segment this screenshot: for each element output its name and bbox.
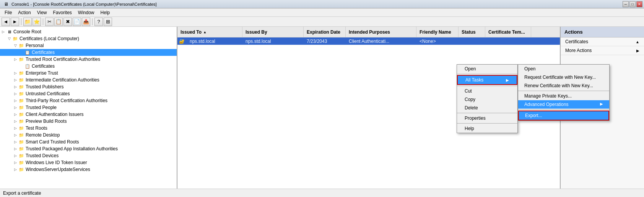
status-bar: Export a certificate [0,189,644,197]
test-roots-icon: 📁 [18,125,24,131]
toggle-untrusted-certs[interactable]: ▷ [12,91,18,97]
toggle-intermediate-ca[interactable]: ▷ [12,77,18,83]
col-header-status[interactable]: Status [459,27,485,37]
tree-item-client-auth[interactable]: ▷ 📁 Client Authentication Issuers [0,111,177,118]
toggle-console-root[interactable]: ▷ [0,29,6,35]
toolbar-sep-3 [92,18,93,25]
tree-item-trusted-packaged[interactable]: ▷ 📁 Trusted Packaged App Installation Au… [0,145,177,152]
tree-label-smart-card: Smart Card Trusted Roots [26,139,79,145]
ctx-properties[interactable]: Properties [457,114,517,122]
toggle-trusted-people[interactable]: ▷ [12,104,18,111]
toggle-smart-card[interactable]: ▷ [12,139,18,145]
toggle-trusted-packaged[interactable]: ▷ [12,146,18,152]
actions-item-certificates[interactable]: Certificates ▲ [561,37,644,46]
menu-help[interactable]: Help [98,9,113,16]
tree-item-personal[interactable]: ▽ 📁 Personal [0,42,177,49]
ctx-cut-label: Cut [465,88,472,94]
toggle-personal[interactable]: ▽ [12,42,18,49]
cut-button[interactable]: ✂ [45,18,54,26]
actions-item-more-actions[interactable]: More Actions ▶ [561,46,644,55]
tree-item-trusted-publishers[interactable]: ▷ 📁 Trusted Publishers [0,83,177,90]
tree-item-third-party-root[interactable]: ▷ 📁 Third-Party Root Certification Autho… [0,97,177,104]
tree-item-intermediate-ca[interactable]: ▷ 📁 Intermediate Certification Authoriti… [0,77,177,83]
sub-manage-private-keys[interactable]: Manage Private Keys... [518,92,609,100]
window-controls: ─ □ ✕ [623,1,642,7]
col-header-cert-tem[interactable]: Certificate Tem... [485,27,531,37]
toggle-trusted-publishers[interactable]: ▷ [12,84,18,90]
trusted-publishers-icon: 📁 [18,84,24,90]
menu-view[interactable]: View [34,9,50,16]
toggle-test-roots[interactable]: ▷ [12,125,18,131]
ctx-open[interactable]: Open [457,65,517,73]
tree-item-enterprise-trust[interactable]: ▷ 📁 Enterprise Trust [0,70,177,77]
ctx-delete[interactable]: Delete [457,104,517,112]
tree-item-certificates[interactable]: 📋 Certificates [0,49,177,56]
sub-export[interactable]: Export... [518,111,609,120]
toggle-client-auth[interactable]: ▷ [12,111,18,117]
ctx-sep-2 [457,86,517,86]
sub-advanced-operations[interactable]: Advanced Operations ▶ [518,100,609,109]
sub-open[interactable]: Open [518,65,609,73]
tree-item-wsus[interactable]: ▷ 📁 WindowsServerUpdateServices [0,166,177,173]
sub-request-new-key-label: Request Certificate with New Key... [524,75,596,80]
title-text: Console1 - [Console Root\Certificates (L… [11,2,641,7]
col-header-issued-by[interactable]: Issued By [242,27,304,37]
col-header-friendly-label: Friendly Name [420,29,451,35]
tree-item-test-roots[interactable]: ▷ 📁 Test Roots [0,125,177,132]
ctx-copy[interactable]: Copy [457,95,517,104]
close-button[interactable]: ✕ [636,1,642,7]
smart-card-icon: 📁 [18,139,24,145]
tree-item-windows-live[interactable]: ▷ 📁 Windows Live ID Token Issuer [0,159,177,166]
toggle-certs-local[interactable]: ▽ [6,36,12,42]
toggle-third-party-root[interactable]: ▷ [12,98,18,104]
toggle-wsus[interactable]: ▷ [12,166,18,173]
tree-item-certs-local[interactable]: ▽ 📁 Certificates (Local Computer) [0,35,177,42]
tree-item-trusted-root[interactable]: ▷ 📁 Trusted Root Certification Authoriti… [0,56,177,63]
col-header-expiry[interactable]: Expiration Date [304,27,346,37]
col-header-issued-to[interactable]: Issued To ▲ [177,27,242,37]
menu-favorites[interactable]: Favorites [50,9,75,16]
console-root-icon: 🖥 [6,29,12,35]
menu-window[interactable]: Window [75,9,98,16]
tree-label-trusted-people: Trusted People [26,105,57,110]
maximize-button[interactable]: □ [629,1,636,7]
toggle-preview-build[interactable]: ▷ [12,118,18,124]
up-button[interactable]: 📁 [23,18,32,26]
export-button[interactable]: 📤 [82,18,90,26]
forward-button[interactable]: ► [11,18,19,26]
status-text: Export a certificate [3,190,41,196]
delete-button[interactable]: ✖ [63,18,72,26]
col-header-purposes[interactable]: Intended Purposes [346,27,416,37]
cert-row-icon: 🔐 [177,39,187,44]
tree-item-smart-card[interactable]: ▷ 📁 Smart Card Trusted Roots [0,138,177,145]
tree-item-console-root[interactable]: ▷ 🖥 Console Root [0,28,177,35]
menu-action[interactable]: Action [15,9,34,16]
ctx-cut[interactable]: Cut [457,87,517,95]
tree-item-trusted-people[interactable]: ▷ 📁 Trusted People [0,104,177,111]
tree-item-preview-build[interactable]: ▷ 📁 Preview Build Roots [0,118,177,125]
toggle-enterprise-trust[interactable]: ▷ [12,70,18,76]
table-row[interactable]: 🔐 nps.std.local nps.std.local 7/23/2043 … [177,37,560,45]
properties-button[interactable]: 📄 [73,18,81,26]
toggle-remote-desktop[interactable]: ▷ [12,132,18,138]
menu-file[interactable]: File [2,9,15,16]
view-button[interactable]: ⊞ [104,18,112,26]
favorites-button[interactable]: ⭐ [33,18,41,26]
tree-item-trusted-devices[interactable]: ▷ 📁 Trusted Devices [0,152,177,159]
tree-item-remote-desktop[interactable]: ▷ 📁 Remote Desktop [0,132,177,138]
col-header-friendly[interactable]: Friendly Name [416,27,459,37]
back-button[interactable]: ◄ [2,18,10,26]
minimize-button[interactable]: ─ [623,1,629,7]
sub-renew-new-key[interactable]: Renew Certificate with New Key... [518,81,609,90]
help-button[interactable]: ? [94,18,103,26]
copy-button[interactable]: 📋 [54,18,63,26]
toggle-trusted-devices[interactable]: ▷ [12,153,18,159]
toggle-trusted-root[interactable]: ▷ [12,56,18,62]
toggle-windows-live[interactable]: ▷ [12,160,18,166]
ctx-help[interactable]: Help [457,124,517,133]
sub-request-new-key[interactable]: Request Certificate with New Key... [518,73,609,81]
ctx-all-tasks[interactable]: All Tasks ▶ [457,75,517,85]
tree-item-trusted-root-certs[interactable]: 📋 Certificates [0,63,177,70]
title-bar: 🖥 Console1 - [Console Root\Certificates … [0,0,644,8]
tree-item-untrusted-certs[interactable]: ▷ 📁 Untrusted Certificates [0,90,177,97]
